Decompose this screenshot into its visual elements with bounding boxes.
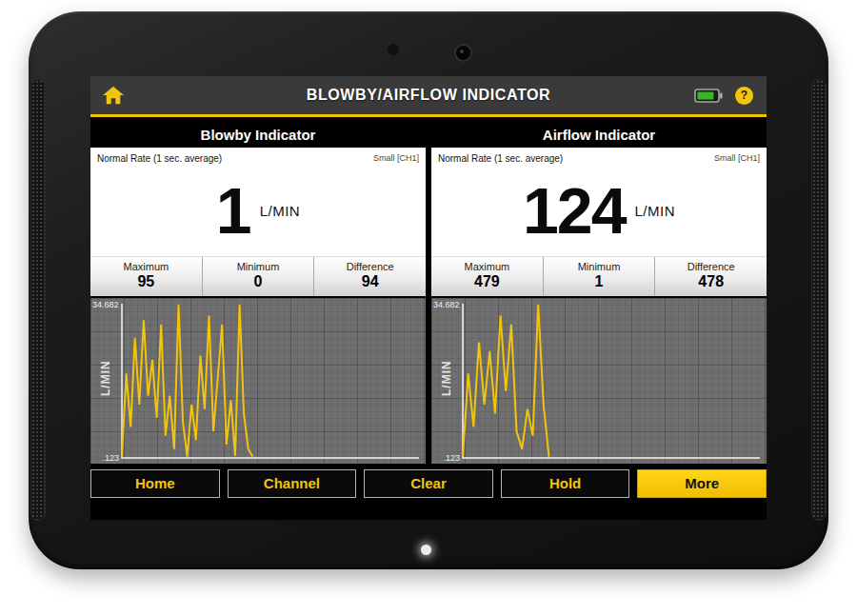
airflow-readout-card: Normal Rate (1 sec. average) Small [CH1]… xyxy=(431,148,767,296)
help-icon[interactable]: ? xyxy=(735,87,753,105)
airflow-value: 124 xyxy=(523,178,625,243)
chart-trace xyxy=(122,305,252,457)
tablet-device: BLOWBY/AIRFLOW INDICATOR ? xyxy=(29,11,828,569)
blowby-stat-maximum: Maximum 95 xyxy=(90,257,202,296)
blowby-unit: L/MIN xyxy=(260,203,301,219)
blowby-stat-minimum: Minimum 0 xyxy=(202,257,314,296)
blowby-stats-row: Maximum 95 Minimum 0 Difference 94 xyxy=(90,256,426,296)
page: BLOWBY/AIRFLOW INDICATOR ? xyxy=(0,0,857,616)
left-speaker-grille xyxy=(30,79,46,521)
airflow-stats-row: Maximum 479 Minimum 1 Difference 478 xyxy=(431,256,767,296)
page-title: BLOWBY/AIRFLOW INDICATOR xyxy=(90,87,767,104)
more-button[interactable]: More xyxy=(637,469,767,498)
clear-button[interactable]: Clear xyxy=(364,469,493,498)
blowby-value: 1 xyxy=(216,178,250,243)
home-icon[interactable] xyxy=(103,85,124,106)
airflow-stat-difference: Difference 478 xyxy=(654,257,767,296)
microphone-dot xyxy=(388,44,399,55)
airflow-unit: L/MIN xyxy=(634,203,675,219)
blowby-panel: Blowby Indicator Normal Rate (1 sec. ave… xyxy=(90,124,426,464)
blowby-readout-card: Normal Rate (1 sec. average) Small [CH1]… xyxy=(90,148,426,296)
airflow-panel-title: Airflow Indicator xyxy=(431,124,767,146)
home-indicator-dot xyxy=(421,545,431,555)
airflow-chart: 34.682 .123 L/MIN xyxy=(431,298,767,464)
blowby-stat-difference: Difference 94 xyxy=(313,257,426,296)
channel-button[interactable]: Channel xyxy=(228,469,357,498)
header-right-icons: ? xyxy=(694,76,753,114)
screen: BLOWBY/AIRFLOW INDICATOR ? xyxy=(90,76,767,520)
airflow-stat-minimum: Minimum 1 xyxy=(543,257,655,296)
chart-trace xyxy=(463,305,549,457)
hold-button[interactable]: Hold xyxy=(501,469,630,498)
battery-icon xyxy=(694,89,723,103)
y-axis-label: L/MIN xyxy=(440,298,453,458)
blowby-chart: 34.682 .123 L/MIN xyxy=(90,298,426,464)
right-speaker-grille xyxy=(811,79,827,521)
app-header-bar: BLOWBY/AIRFLOW INDICATOR ? xyxy=(90,76,767,114)
header-accent-line xyxy=(90,114,767,117)
y-axis-label: L/MIN xyxy=(99,298,112,458)
footer-button-bar: Home Channel Clear Hold More xyxy=(90,469,767,498)
home-button[interactable]: Home xyxy=(90,469,220,498)
airflow-stat-maximum: Maximum 479 xyxy=(431,257,543,296)
front-camera xyxy=(454,44,472,62)
airflow-panel: Airflow Indicator Normal Rate (1 sec. av… xyxy=(431,124,767,464)
blowby-panel-title: Blowby Indicator xyxy=(90,124,426,146)
